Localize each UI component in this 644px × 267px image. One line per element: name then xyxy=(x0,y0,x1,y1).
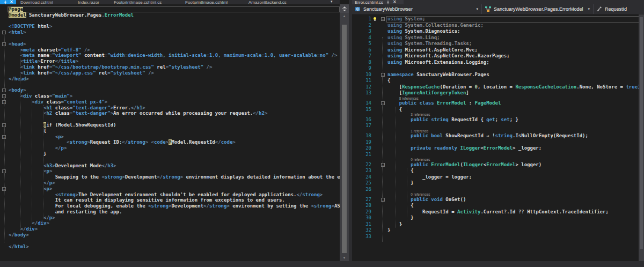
close-icon[interactable]: × xyxy=(393,0,397,4)
gutter[interactable] xyxy=(0,81,8,87)
scroll-down-icon[interactable]: ▼ xyxy=(340,256,349,260)
scroll-up-icon[interactable]: ▲ xyxy=(340,14,349,18)
gutter[interactable] xyxy=(0,139,8,145)
line-number[interactable]: 9 xyxy=(352,65,371,72)
line-number[interactable]: 22 xyxy=(352,162,371,168)
code-line[interactable]: <title>Error</title> xyxy=(0,58,340,64)
code-line[interactable]: 12 [ResponseCache(Duration = 0, Location… xyxy=(352,84,644,91)
gutter[interactable]: - xyxy=(0,41,8,47)
code-line[interactable]: and restarting the app. xyxy=(0,209,340,215)
gutter[interactable] xyxy=(0,226,8,232)
gutter[interactable]: - xyxy=(371,16,386,23)
fold-icon[interactable]: - xyxy=(2,88,6,92)
fold-icon[interactable]: - xyxy=(381,163,385,167)
gutter[interactable] xyxy=(0,238,8,244)
code-line[interactable]: 26 xyxy=(352,187,644,193)
code-line[interactable]: For local debugging, enable the <strong>… xyxy=(0,203,340,209)
line-number[interactable]: 23 xyxy=(352,168,371,174)
code-line[interactable]: 4using System.Linq; xyxy=(352,35,644,41)
gutter[interactable] xyxy=(371,90,386,97)
line-number[interactable]: 1 xyxy=(352,16,371,23)
code-line[interactable]: <strong>The Development environment shou… xyxy=(0,192,340,198)
gutter[interactable] xyxy=(0,163,8,169)
code-line[interactable]: 22- public ErrorModel(ILogger<ErrorModel… xyxy=(352,162,644,168)
horizontal-scrollbar-area[interactable] xyxy=(0,261,644,267)
gutter[interactable] xyxy=(0,203,8,209)
csharp-editor[interactable]: 1-using System;2using System.Collections… xyxy=(352,14,644,261)
code-line[interactable] xyxy=(0,238,340,244)
right-scrollbar[interactable] xyxy=(639,14,644,267)
codelens-references[interactable]: 8 references xyxy=(387,97,419,101)
gutter[interactable] xyxy=(0,215,8,221)
code-line[interactable]: -<head> xyxy=(0,41,340,47)
gutter[interactable] xyxy=(0,244,8,250)
code-line[interactable]: <meta charset="utf-8" /> xyxy=(0,47,340,53)
gutter[interactable]: - xyxy=(371,162,386,168)
fold-icon[interactable]: - xyxy=(2,94,6,98)
code-line[interactable]: 31 } xyxy=(352,221,644,228)
code-line[interactable]: 16 public string RequestId { get; set; } xyxy=(352,117,644,123)
gutter[interactable] xyxy=(371,215,386,221)
code-line[interactable]: </div> xyxy=(0,226,340,232)
active-tab-stub[interactable]: × xyxy=(0,0,16,4)
pin-icon[interactable] xyxy=(386,1,390,4)
code-line[interactable] xyxy=(0,81,340,87)
fold-icon[interactable]: - xyxy=(381,17,385,21)
code-line[interactable]: <meta name="viewport" content="width=dev… xyxy=(0,53,340,58)
code-line[interactable]: 1-using System; xyxy=(352,16,644,23)
codelens-references[interactable]: 0 references xyxy=(387,192,430,197)
gutter[interactable] xyxy=(0,12,8,18)
fold-icon[interactable]: - xyxy=(2,42,6,46)
code-line[interactable]: { xyxy=(0,128,340,134)
gutter[interactable] xyxy=(371,41,386,47)
code-line[interactable]: </p> xyxy=(0,180,340,186)
line-number[interactable]: 5 xyxy=(352,41,371,47)
code-line[interactable]: 10-namespace SanctuaryWebBrowser.Pages xyxy=(352,72,644,78)
gutter[interactable] xyxy=(371,107,386,113)
code-line[interactable]: 5using System.Threading.Tasks; xyxy=(352,41,644,47)
line-number[interactable]: 4 xyxy=(352,35,371,41)
code-line[interactable]: <strong>Request ID:</strong> <code>@Mode… xyxy=(0,139,340,145)
line-number[interactable]: 10 xyxy=(352,72,371,78)
close-icon[interactable]: × xyxy=(10,0,13,4)
gutter[interactable]: - xyxy=(0,186,8,192)
fold-icon[interactable]: - xyxy=(2,100,6,104)
code-line[interactable]: 14- public class ErrorModel : PageModel xyxy=(352,100,644,107)
code-line[interactable]: <h2 class="text-danger">An error occurre… xyxy=(0,110,340,116)
gutter[interactable] xyxy=(0,180,8,186)
line-number[interactable]: 16 xyxy=(352,117,371,123)
code-line[interactable]: 17 xyxy=(352,123,644,129)
code-line[interactable]: <!DOCTYPE html> xyxy=(0,24,340,29)
lightbulb-icon[interactable] xyxy=(373,17,377,21)
gutter[interactable] xyxy=(371,139,386,146)
code-line[interactable]: 21 xyxy=(352,152,644,158)
line-number[interactable]: 19 xyxy=(352,139,371,146)
codelens-references[interactable]: 3 references xyxy=(387,113,430,117)
line-number[interactable]: 28 xyxy=(352,203,371,209)
gutter[interactable] xyxy=(371,203,386,209)
gutter[interactable] xyxy=(0,192,8,198)
gutter[interactable]: - xyxy=(0,122,8,128)
gutter[interactable]: - xyxy=(0,168,8,174)
member-dropdown[interactable]: RequestId xyxy=(594,4,644,14)
code-line[interactable]: - <p> xyxy=(0,168,340,174)
gutter[interactable] xyxy=(0,58,8,64)
gutter[interactable] xyxy=(0,157,8,163)
code-line[interactable]: 23 { xyxy=(352,168,644,174)
codelens-references[interactable]: 1 reference xyxy=(387,129,428,134)
gutter[interactable] xyxy=(371,23,386,29)
gutter[interactable] xyxy=(371,145,386,152)
code-line[interactable]: 9 xyxy=(352,65,644,72)
line-number[interactable]: 33 xyxy=(352,234,371,240)
gutter[interactable] xyxy=(0,145,8,151)
gutter[interactable] xyxy=(371,221,386,228)
code-line[interactable]: 2using System.Collections.Generic; xyxy=(352,23,644,29)
line-number[interactable]: 2 xyxy=(352,23,371,29)
code-line[interactable]: <h1 class="text-danger">Error.</h1> xyxy=(0,105,340,111)
code-line[interactable]: @page xyxy=(0,6,340,12)
code-line[interactable]: 19 xyxy=(352,139,644,146)
code-line[interactable]: - @if (Model.ShowRequestId) xyxy=(0,122,340,128)
gutter[interactable] xyxy=(371,35,386,41)
line-number[interactable]: 18 xyxy=(352,133,371,139)
line-number[interactable]: 8 xyxy=(352,60,371,66)
